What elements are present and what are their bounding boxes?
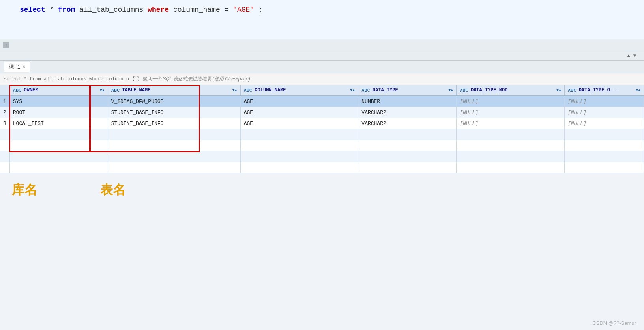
datatype-cell-1: NUMBER (358, 96, 457, 107)
columnname-col-header: ABC COLUMN_NAME ▼▲ (240, 85, 358, 96)
datatype-cell-2: VARCHAR2 (358, 107, 457, 118)
table-section: ABC OWNER ▼▲ ABC TABLE_NAME ▼▲ ABC C (0, 85, 644, 209)
sql-line: select * from all_tab_columns where colu… (20, 4, 636, 16)
scroll-up-icon[interactable]: ▲ (627, 53, 630, 59)
row-num-1: 1 (0, 96, 9, 107)
columnname-cell-2: AGE (240, 107, 358, 118)
table-row[interactable]: 1 SYS V_$DIAG_DFW_PURGE AGE NUMBER [NULL… (0, 96, 644, 107)
tab-bar: 课 1 × (0, 61, 644, 73)
scroll-nav-top: ▲ ▼ (0, 51, 644, 61)
table-row-empty (0, 129, 644, 140)
keyword-from: from (58, 6, 75, 14)
sql-preview-row: select * from all_tab_columns where colu… (0, 73, 644, 85)
owner-annotation: 库名 (12, 181, 37, 199)
table-row-empty (0, 162, 644, 173)
expand-icon[interactable]: ⛶ (133, 76, 139, 82)
csdn-watermark: CSDN @??-Samur (592, 320, 636, 326)
scroll-down-icon[interactable]: ▼ (633, 53, 636, 59)
datatypemod-filter-icon[interactable]: ▼▲ (556, 88, 561, 93)
owner-annotation-label: 库名 (12, 183, 37, 197)
datatype-col-header: ABC DATA_TYPE ▼▲ (358, 85, 457, 96)
keyword-where: where (148, 6, 169, 14)
columnname-cell-1: AGE (240, 96, 358, 107)
tablename-filter-icon[interactable]: ▼▲ (232, 88, 237, 93)
tablename-cell-2: STUDENT_BASE_INFO (108, 107, 240, 118)
owner-filter-icon[interactable]: ▼▲ (100, 88, 105, 93)
filter-hint: 输入一个 SQL 表达式来过滤结果 (使用 Ctrl+Space) (142, 76, 250, 82)
datatypeown-cell-2: [NULL] (564, 107, 644, 118)
table-header: ABC OWNER ▼▲ ABC TABLE_NAME ▼▲ ABC C (0, 85, 644, 96)
datatypeown-cell-1: [NULL] (564, 96, 644, 107)
sql-editor[interactable]: select * from all_tab_columns where colu… (0, 0, 644, 39)
scroll-left-button[interactable]: ‹ (3, 42, 9, 48)
table-row-empty (0, 151, 644, 162)
owner-cell-1: SYS (9, 96, 108, 107)
sql-preview-text: select * from all_tab_columns where colu… (4, 76, 129, 82)
table-row-empty (0, 140, 644, 151)
columnname-filter-icon[interactable]: ▼▲ (350, 88, 355, 93)
row-num-3: 3 (0, 118, 9, 129)
keyword-select: select (20, 6, 45, 14)
tablename-annotation-label: 表名 (100, 183, 125, 197)
tablename-cell-3: STUDENT_BASE_INFO (108, 118, 240, 129)
datatype-cell-3: VARCHAR2 (358, 118, 457, 129)
tab-label: 课 1 (9, 63, 21, 71)
tab-close-button[interactable]: × (23, 65, 26, 69)
owner-cell-3: LOCAL_TEST (9, 118, 108, 129)
tablename-cell-1: V_$DIAG_DFW_PURGE (108, 96, 240, 107)
datatype-filter-icon[interactable]: ▼▲ (448, 88, 453, 93)
result-tab[interactable]: 课 1 × (4, 62, 30, 72)
datatypemod-cell-2: [NULL] (457, 107, 565, 118)
owner-col-header: ABC OWNER ▼▲ (9, 85, 108, 96)
sql-string-value: 'AGE' (233, 6, 254, 14)
row-num-2: 2 (0, 107, 9, 118)
datatypeown-filter-icon[interactable]: ▼▲ (636, 88, 640, 93)
tablename-annotation: 表名 (100, 181, 125, 199)
table-row[interactable]: 3 LOCAL_TEST STUDENT_BASE_INFO AGE VARCH… (0, 118, 644, 129)
columnname-cell-3: AGE (240, 118, 358, 129)
results-table: ABC OWNER ▼▲ ABC TABLE_NAME ▼▲ ABC C (0, 85, 644, 173)
table-row[interactable]: 2 ROOT STUDENT_BASE_INFO AGE VARCHAR2 [N… (0, 107, 644, 118)
datatypeown-cell-3: [NULL] (564, 118, 644, 129)
table-body: 1 SYS V_$DIAG_DFW_PURGE AGE NUMBER [NULL… (0, 96, 644, 173)
owner-cell-2: ROOT (9, 107, 108, 118)
annotations-row: 库名 表名 (0, 173, 644, 209)
datatypeown-col-header: ABC DATA_TYPE_O... ▼▲ (564, 85, 644, 96)
rownum-header (0, 85, 9, 96)
datatypemod-cell-1: [NULL] (457, 96, 565, 107)
datatypemod-cell-3: [NULL] (457, 118, 565, 129)
tablename-col-header: ABC TABLE_NAME ▼▲ (108, 85, 240, 96)
scroll-area: ‹ (0, 39, 644, 51)
datatypemod-col-header: ABC DATA_TYPE_MOD ▼▲ (457, 85, 565, 96)
